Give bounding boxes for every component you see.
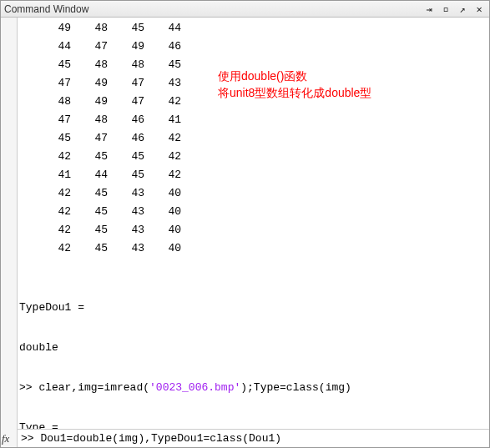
matrix-cell: 45 (71, 221, 108, 239)
titlebar: Command Window ⇥ ▫ ↗ ✕ (1, 1, 489, 18)
matrix-row: 49484544 (34, 19, 486, 38)
blank (19, 278, 486, 298)
matrix-row: 42454340 (34, 203, 486, 221)
matrix-row: 42454340 (34, 184, 486, 203)
matrix-cell: 41 (34, 166, 71, 184)
matrix-row: 42454340 (34, 221, 486, 239)
matrix-cell: 48 (108, 56, 144, 74)
matrix-cell: 45 (71, 239, 108, 258)
matrix-cell: 48 (71, 19, 108, 38)
blank (19, 398, 486, 418)
matrix-row: 41444542 (34, 166, 486, 184)
matrix-cell: 40 (144, 221, 181, 239)
matrix-cell: 42 (144, 129, 181, 148)
blank (19, 318, 486, 338)
matrix-cell: 43 (108, 203, 144, 221)
matrix-cell: 42 (34, 148, 71, 166)
matrix-cell: 47 (34, 74, 71, 93)
matrix-cell: 44 (34, 38, 71, 56)
window-body: fx 4948454444474946454848454749474348494… (1, 18, 489, 447)
matrix-row: 45474642 (34, 129, 486, 148)
matrix-cell: 49 (108, 38, 144, 56)
matrix-cell: 47 (108, 93, 144, 111)
var-label: TypeDou1 = (19, 298, 486, 318)
matrix-cell: 48 (71, 111, 108, 129)
blank (19, 358, 486, 378)
matrix-cell: 43 (144, 74, 181, 93)
cmd-text: clear,img=imread( (38, 381, 149, 394)
input-text: Dou1=double(img),TypeDou1=class(Dou1) (40, 432, 281, 445)
matrix-cell: 45 (71, 148, 108, 166)
matrix-cell: 48 (71, 56, 108, 74)
matrix-cell: 46 (108, 129, 144, 148)
dock-icon[interactable]: ⇥ (422, 3, 436, 15)
gutter: fx (1, 18, 18, 447)
matrix-cell: 49 (71, 74, 108, 93)
matrix-cell: 40 (144, 239, 181, 258)
matrix-row: 44474946 (34, 38, 486, 56)
window-title: Command Window (4, 3, 419, 15)
matrix-cell: 43 (108, 221, 144, 239)
matrix-row: 42454542 (34, 148, 486, 166)
matrix-cell: 42 (144, 148, 181, 166)
matrix-cell: 41 (144, 111, 181, 129)
matrix-cell: 42 (144, 93, 181, 111)
cmd-string: '0023_006.bmp' (149, 381, 240, 394)
matrix-cell: 45 (108, 148, 144, 166)
prompt: >> (21, 432, 40, 445)
matrix-cell: 47 (34, 111, 71, 129)
command-line: >> clear,img=imread('0023_006.bmp');Type… (19, 378, 486, 398)
var-value: double (19, 338, 486, 358)
matrix-cell: 47 (71, 38, 108, 56)
matrix-cell: 42 (34, 239, 71, 258)
matrix-cell: 42 (144, 166, 181, 184)
prompt: >> (19, 381, 38, 394)
command-window: Command Window ⇥ ▫ ↗ ✕ fx 49484544444749… (0, 0, 490, 448)
matrix-cell: 42 (34, 203, 71, 221)
fx-icon[interactable]: fx (2, 432, 9, 445)
matrix-cell: 47 (71, 129, 108, 148)
maximize-icon[interactable]: ↗ (456, 3, 469, 15)
matrix-cell: 45 (71, 203, 108, 221)
matrix-cell: 40 (144, 203, 181, 221)
annotation-overlay: 使用double()函数 将unit8型数组转化成double型 (218, 68, 371, 101)
matrix-row: 47484641 (34, 111, 486, 129)
matrix-cell: 45 (34, 56, 71, 74)
command-input-line[interactable]: >> Dou1=double(img),TypeDou1=class(Dou1) (18, 429, 489, 447)
matrix-cell: 43 (108, 184, 144, 203)
matrix-cell: 49 (34, 19, 71, 38)
matrix-cell: 45 (144, 56, 181, 74)
matrix-cell: 44 (71, 166, 108, 184)
matrix-cell: 45 (108, 166, 144, 184)
matrix-cell: 42 (34, 184, 71, 203)
matrix-cell: 43 (108, 239, 144, 258)
cmd-text: );Type=class(img) (240, 381, 351, 394)
content-area[interactable]: 4948454444474946454848454749474348494742… (18, 18, 489, 447)
matrix-cell: 45 (34, 129, 71, 148)
matrix-row: 42454340 (34, 239, 486, 258)
minimize-icon[interactable]: ▫ (439, 3, 452, 15)
matrix-cell: 49 (71, 93, 108, 111)
matrix-cell: 48 (34, 93, 71, 111)
annotation-line: 将unit8型数组转化成double型 (218, 84, 371, 101)
annotation-line: 使用double()函数 (218, 68, 371, 84)
matrix-cell: 46 (144, 38, 181, 56)
matrix-output: 4948454444474946454848454749474348494742… (34, 19, 486, 258)
matrix-cell: 45 (71, 184, 108, 203)
matrix-cell: 44 (144, 19, 181, 38)
matrix-cell: 46 (108, 111, 144, 129)
matrix-cell: 40 (144, 184, 181, 203)
matrix-cell: 47 (108, 74, 144, 93)
matrix-cell: 42 (34, 221, 71, 239)
close-icon[interactable]: ✕ (472, 3, 486, 15)
blank (19, 258, 486, 278)
matrix-cell: 45 (108, 19, 144, 38)
